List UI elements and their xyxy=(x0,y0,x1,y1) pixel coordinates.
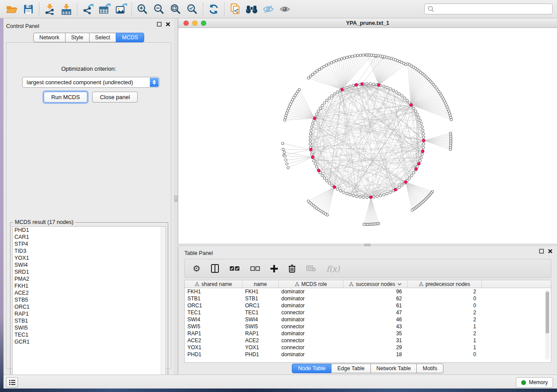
graph-node[interactable] xyxy=(339,189,342,192)
zoom-in-icon[interactable] xyxy=(134,1,151,17)
mcds-result-item[interactable]: ACE2 xyxy=(13,289,166,296)
select-all-columns-icon[interactable] xyxy=(229,266,240,271)
mcds-result-item[interactable]: FKH1 xyxy=(13,282,166,289)
table-cell[interactable]: 2 xyxy=(408,330,482,337)
table-cell[interactable]: 31 xyxy=(343,337,408,344)
table-cell[interactable]: 29 xyxy=(343,344,408,351)
mcds-result-item[interactable]: YOX1 xyxy=(13,254,166,261)
table-cell[interactable]: connector xyxy=(279,344,343,351)
table-cell[interactable]: FKH1 xyxy=(185,288,242,295)
gear-icon[interactable]: ⚙ xyxy=(193,263,201,274)
table-cell[interactable]: ORC1 xyxy=(185,302,242,309)
graph-node[interactable] xyxy=(346,86,348,89)
table-cell[interactable]: SWI5 xyxy=(185,323,242,330)
refresh-icon[interactable] xyxy=(205,1,222,17)
table-cell[interactable]: 61 xyxy=(343,302,408,309)
table-cell[interactable]: 35 xyxy=(343,330,408,337)
graph-mcds-node[interactable] xyxy=(370,196,373,199)
graph-leaf-node[interactable] xyxy=(298,88,301,91)
graph-node[interactable] xyxy=(349,85,351,88)
graph-node[interactable] xyxy=(422,129,424,132)
graph-node[interactable] xyxy=(379,194,382,197)
graph-node[interactable] xyxy=(310,129,312,132)
graph-node[interactable] xyxy=(362,196,365,199)
table-cell[interactable]: 18 xyxy=(343,351,408,358)
export-table-icon[interactable] xyxy=(96,1,113,17)
mcds-result-item[interactable]: PHD1 xyxy=(13,227,166,234)
graph-leaf-node[interactable] xyxy=(332,60,335,63)
graph-node[interactable] xyxy=(352,194,355,197)
graph-node[interactable] xyxy=(309,136,311,138)
graph-leaf-node[interactable] xyxy=(281,142,284,145)
graph-node[interactable] xyxy=(328,97,331,100)
graph-node[interactable] xyxy=(349,193,351,196)
table-cell[interactable]: TEC1 xyxy=(242,309,279,316)
graph-node[interactable] xyxy=(336,91,339,93)
graph-leaf-node[interactable] xyxy=(363,223,365,226)
graph-node[interactable] xyxy=(373,196,375,198)
tab-network[interactable]: Network xyxy=(33,33,66,42)
mcds-result-item[interactable]: STB5 xyxy=(13,296,166,303)
table-cell[interactable]: ORC1 xyxy=(242,302,279,309)
graph-mcds-node[interactable] xyxy=(394,188,397,191)
graph-leaf-node[interactable] xyxy=(282,148,284,151)
graph-mcds-node[interactable] xyxy=(311,156,314,159)
table-cell[interactable]: 43 xyxy=(343,323,408,330)
table-row[interactable]: ORC1ORC1dominator610 xyxy=(185,302,551,309)
graph-node[interactable] xyxy=(356,195,358,198)
save-icon[interactable] xyxy=(20,1,37,17)
graph-node[interactable] xyxy=(420,156,422,159)
graph-node[interactable] xyxy=(323,102,326,104)
table-cell[interactable]: 1 xyxy=(408,323,482,330)
graph-node[interactable] xyxy=(376,195,379,198)
graph-leaf-node[interactable] xyxy=(346,56,348,59)
table-cell[interactable]: STB1 xyxy=(185,295,242,302)
graph-node[interactable] xyxy=(422,143,425,145)
graph-node[interactable] xyxy=(406,99,408,102)
table-cell[interactable]: PHD1 xyxy=(185,351,242,358)
graph-mcds-node[interactable] xyxy=(410,103,413,107)
table-cell[interactable]: FKH1 xyxy=(242,288,279,295)
table-cell[interactable]: YOX1 xyxy=(185,344,242,351)
mcds-result-item[interactable]: ORC1 xyxy=(13,303,166,310)
table-cell[interactable]: 2 xyxy=(408,288,482,295)
graph-leaf-node[interactable] xyxy=(284,155,287,158)
graph-leaf-node[interactable] xyxy=(449,148,452,151)
table-row[interactable]: SWI5SWI5connector431 xyxy=(185,323,551,330)
tab-mcds[interactable]: MCDS xyxy=(116,33,144,42)
graph-node[interactable] xyxy=(422,146,425,149)
graph-leaf-node[interactable] xyxy=(354,55,356,57)
graph-leaf-node[interactable] xyxy=(287,166,290,169)
tab-node-table[interactable]: Node Table xyxy=(292,364,332,373)
network-search-field[interactable] xyxy=(424,3,553,14)
table-cell[interactable]: 1 xyxy=(408,337,482,344)
graph-node[interactable] xyxy=(422,132,425,135)
graph-node[interactable] xyxy=(412,107,415,110)
table-cell[interactable]: 0 xyxy=(408,302,482,309)
table-cell[interactable]: dominator xyxy=(279,295,343,302)
zoom-fit-icon[interactable] xyxy=(167,1,184,17)
export-network-icon[interactable] xyxy=(80,1,96,17)
table-cell[interactable]: connector xyxy=(279,323,343,330)
table-cell[interactable]: 46 xyxy=(343,316,408,323)
graph-mcds-node[interactable] xyxy=(317,169,320,172)
table-cell[interactable]: STB1 xyxy=(242,295,279,302)
graph-leaf-node[interactable] xyxy=(284,119,286,121)
table-cell[interactable]: PHD1 xyxy=(242,351,279,358)
graph-node[interactable] xyxy=(398,93,401,95)
graph-leaf-node[interactable] xyxy=(320,67,323,69)
table-cell[interactable]: 1 xyxy=(408,344,482,351)
graph-node[interactable] xyxy=(373,83,375,86)
graph-leaf-node[interactable] xyxy=(356,54,359,57)
graph-node[interactable] xyxy=(403,97,406,100)
graph-node[interactable] xyxy=(311,153,313,155)
graph-leaf-node[interactable] xyxy=(335,59,338,62)
mcds-result-item[interactable]: TID3 xyxy=(13,248,166,254)
graph-node[interactable] xyxy=(366,196,368,199)
graph-mcds-node[interactable] xyxy=(417,162,420,165)
mcds-result-item[interactable]: SWI4 xyxy=(13,261,166,268)
scrollbar-thumb[interactable] xyxy=(546,292,549,334)
graph-node[interactable] xyxy=(352,84,355,87)
add-column-icon[interactable] xyxy=(270,265,278,272)
run-mcds-button[interactable]: Run MCDS xyxy=(44,92,87,103)
